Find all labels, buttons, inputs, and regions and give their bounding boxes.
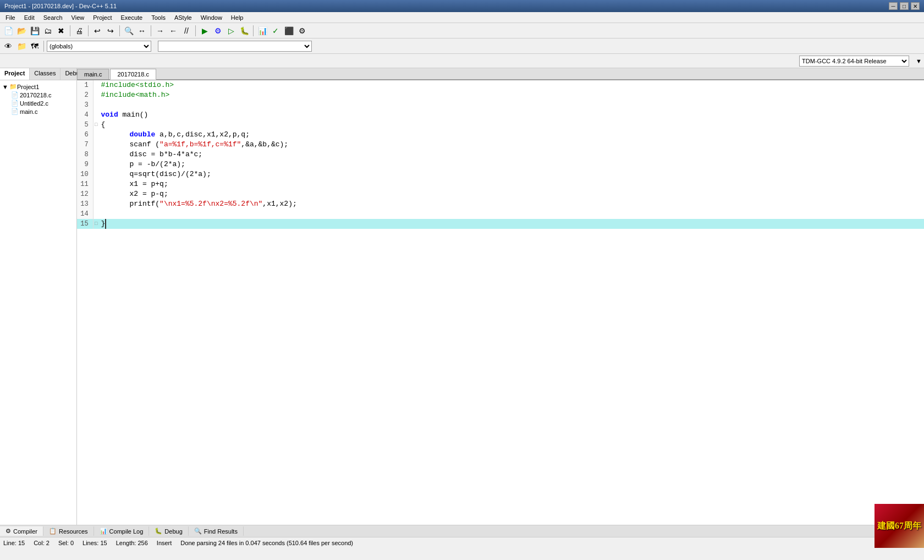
fold-gutter — [93, 189, 98, 199]
close-file-button[interactable]: ✖ — [55, 25, 67, 37]
compile-button[interactable]: ⚙ — [212, 25, 224, 37]
save-button[interactable]: 💾 — [29, 25, 41, 37]
table-row: 13 printf("\nx1=%5.2f\nx2=%5.2f\n",x1,x2… — [77, 199, 924, 209]
run-button[interactable]: ▷ — [225, 25, 237, 37]
fold-gutter — [93, 130, 98, 140]
table-row: 1 #include<stdio.h> — [77, 80, 924, 90]
file-icon-3: 📄 — [11, 108, 19, 115]
line-number: 2 — [77, 90, 93, 100]
line-code: double a,b,c,disc,x1,x2,p,q; — [99, 130, 924, 140]
compiler-selector[interactable]: TDM-GCC 4.9.2 64-bit Release — [799, 56, 909, 67]
tab-20170218[interactable]: 20170218.c — [110, 69, 156, 80]
bottom-tab-compiler[interactable]: ⚙ Compiler — [0, 526, 43, 536]
menu-edit[interactable]: Edit — [20, 13, 39, 22]
maximize-button[interactable]: □ — [900, 2, 909, 10]
status-sel: Sel: 0 — [58, 540, 74, 546]
toolbar-separator-5 — [195, 25, 196, 36]
open-button[interactable]: 📂 — [15, 25, 28, 37]
tree-file-group: 📄 20170218.c 📄 Untitled2.c 📄 main.c — [11, 91, 74, 116]
syntax-check-button[interactable]: ✓ — [270, 25, 282, 37]
menu-help[interactable]: Help — [227, 13, 248, 22]
menu-astyle[interactable]: AStyle — [170, 13, 196, 22]
line-code: p = -b/(2*a); — [99, 160, 924, 169]
fold-gutter — [93, 209, 98, 219]
fold-gutter — [93, 140, 98, 150]
function-selector[interactable] — [158, 41, 312, 52]
table-row: 12 x2 = p-q; — [77, 189, 924, 199]
compile-run-button[interactable]: ▶ — [199, 25, 211, 37]
main-toolbar: 📄 📂 💾 🗂 ✖ 🖨 ↩ ↪ 🔍 ↔ → ← // ▶ ⚙ ▷ 🐛 📊 ✓ ⬛… — [0, 23, 924, 39]
line-number: 12 — [77, 189, 93, 199]
replace-button[interactable]: ↔ — [136, 25, 148, 37]
undo-button[interactable]: ↩ — [91, 25, 103, 37]
menu-execute[interactable]: Execute — [116, 13, 147, 22]
tree-item-20170218[interactable]: 📄 20170218.c — [11, 91, 74, 99]
debug-button[interactable]: 🐛 — [238, 25, 250, 37]
title-bar: Project1 - [20170218.dev] - Dev-C++ 5.11… — [0, 0, 924, 12]
minimize-button[interactable]: ─ — [889, 2, 898, 10]
project-button[interactable]: 📁 — [15, 40, 28, 52]
bottom-panel: ⚙ Compiler 📋 Resources 📊 Compile Log 🐛 D… — [0, 525, 924, 537]
toolbar2-separator-1 — [43, 41, 44, 52]
line-code — [99, 100, 924, 110]
options-button[interactable]: ⚙ — [296, 25, 308, 37]
menu-project[interactable]: Project — [89, 13, 116, 22]
table-row: 2 #include<math.h> — [77, 90, 924, 100]
status-lines: Lines: 15 — [82, 540, 107, 546]
fold-gutter — [93, 169, 98, 179]
unindent-button[interactable]: ← — [167, 25, 179, 37]
nav-button[interactable]: 🗺 — [29, 40, 41, 52]
status-line: Line: 15 — [3, 540, 25, 546]
scope-selector[interactable]: (globals) — [47, 41, 151, 52]
save-all-button[interactable]: 🗂 — [42, 25, 54, 37]
bottom-tab-resources[interactable]: 📋 Resources — [43, 526, 94, 536]
line-code: printf("\nx1=%5.2f\nx2=%5.2f\n",x1,x2); — [99, 199, 924, 209]
findresults-tab-icon: 🔍 — [194, 528, 202, 535]
fold-gutter: □ — [93, 120, 98, 130]
watermark: 建國67周年 — [875, 504, 924, 548]
side-tabs: Project Classes Debug — [0, 68, 77, 80]
print-button[interactable]: 🖨 — [73, 25, 85, 37]
line-number: 7 — [77, 140, 93, 150]
indent-button[interactable]: → — [154, 25, 166, 37]
tab-mainc[interactable]: main.c — [77, 69, 109, 79]
side-tab-project[interactable]: Project — [0, 68, 30, 80]
menu-file[interactable]: File — [1, 13, 20, 22]
table-row: 4 void main() — [77, 110, 924, 120]
bottom-tab-debug[interactable]: 🐛 Debug — [149, 526, 188, 536]
line-number: 9 — [77, 160, 93, 169]
table-row: 11 x1 = p+q; — [77, 179, 924, 189]
side-tab-classes[interactable]: Classes — [30, 68, 61, 80]
toggle-comment-button[interactable]: // — [180, 25, 193, 37]
close-button[interactable]: ✕ — [911, 2, 920, 10]
code-table: 1 #include<stdio.h> 2 #include<math.h> 3 — [77, 80, 924, 229]
menu-window[interactable]: Window — [196, 13, 227, 22]
line-code: void main() — [99, 110, 924, 120]
menu-view[interactable]: View — [67, 13, 89, 22]
stop-button[interactable]: ⬛ — [283, 25, 295, 37]
compiler-toolbar: TDM-GCC 4.9.2 64-bit Release ▼ — [0, 54, 924, 68]
tree-item-mainc[interactable]: 📄 main.c — [11, 107, 74, 116]
debug-tab-label: Debug — [164, 528, 182, 535]
bottom-tab-compilelog[interactable]: 📊 Compile Log — [94, 526, 150, 536]
file-label-1: 20170218.c — [20, 92, 52, 98]
code-editor[interactable]: 1 #include<stdio.h> 2 #include<math.h> 3 — [77, 80, 924, 525]
bottom-tab-findresults[interactable]: 🔍 Find Results — [189, 526, 244, 536]
find-button[interactable]: 🔍 — [123, 25, 135, 37]
tree-item-project1[interactable]: ▼ 📁 Project1 — [2, 83, 74, 91]
resources-tab-label: Resources — [59, 528, 88, 535]
fold-gutter — [93, 100, 98, 110]
menu-tools[interactable]: Tools — [147, 13, 170, 22]
profile-button[interactable]: 📊 — [256, 25, 268, 37]
line-number: 11 — [77, 179, 93, 189]
menu-search[interactable]: Search — [39, 13, 67, 22]
line-number: 10 — [77, 169, 93, 179]
file-icon-2: 📄 — [11, 100, 19, 107]
tree-item-untitled2[interactable]: 📄 Untitled2.c — [11, 99, 74, 107]
redo-button[interactable]: ↪ — [105, 25, 117, 37]
new-button[interactable]: 📄 — [2, 25, 14, 37]
panel-tab-row: Project Classes Debug main.c 20170218.c — [0, 68, 924, 80]
add-watch-button[interactable]: 👁 — [2, 40, 14, 52]
table-row: 15 □ } — [77, 219, 924, 229]
table-row: 14 — [77, 209, 924, 219]
